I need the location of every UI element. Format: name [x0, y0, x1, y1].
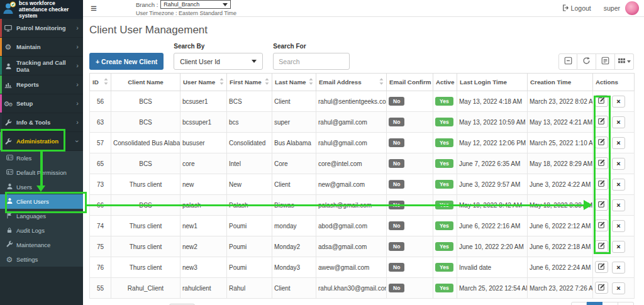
sidebar-item-audit-logs[interactable]: Audit Logs	[0, 223, 83, 238]
edit-button[interactable]	[595, 261, 608, 273]
active-badge: Yes	[435, 97, 453, 106]
edit-button[interactable]	[595, 95, 608, 107]
sidebar-item-maintain[interactable]: ⚙Maintain›	[0, 38, 83, 57]
branch-select[interactable]: Rahul_Branch	[160, 0, 231, 9]
sidebar-item-languages[interactable]: Languages	[0, 209, 83, 223]
gear-icon: ⚙	[0, 43, 16, 51]
edit-button[interactable]	[595, 199, 608, 211]
edit-icon	[598, 179, 605, 189]
controls-row: + Create New Client Search By Client Use…	[89, 43, 634, 70]
sidebar-item-label: Client Users	[16, 198, 49, 205]
delete-button[interactable]: ×	[612, 282, 625, 294]
delete-button[interactable]: ×	[612, 116, 625, 128]
sidebar-item-reports[interactable]: Reports›	[0, 75, 83, 94]
active-badge: Yes	[435, 180, 453, 189]
main-area: ≡ Branch : Rahul_Branch User Timezone : …	[83, 0, 644, 305]
toggle-view-button[interactable]	[596, 53, 615, 70]
column-header-last-name[interactable]: Last Name	[272, 74, 316, 91]
column-header-first-name[interactable]: First Name	[227, 74, 272, 91]
admin-tools-icon	[0, 137, 16, 145]
edit-button[interactable]	[595, 240, 608, 252]
active-badge: Yes	[435, 221, 453, 230]
edit-button[interactable]	[595, 282, 608, 294]
columns-button[interactable]	[615, 53, 634, 70]
wrench-icon	[0, 118, 16, 126]
username-label: super	[604, 4, 620, 12]
delete-button[interactable]: ×	[612, 158, 625, 170]
table-row: 66BCSpalashPalashBiswaspalash@gmail.comN…	[90, 195, 635, 216]
chevron-down-icon	[252, 60, 257, 63]
column-header-user-name[interactable]: User Name	[180, 74, 227, 91]
page-title: Client User Management	[89, 24, 639, 36]
chevron-right-icon: ›	[76, 25, 83, 31]
delete-button[interactable]: ×	[612, 241, 625, 253]
x-icon: ×	[616, 223, 620, 230]
edit-button[interactable]	[595, 178, 608, 190]
table-row: 74Thurs clientnew1Poumimondayabod@gmail.…	[90, 216, 635, 236]
edit-icon	[598, 158, 605, 168]
edit-icon	[598, 96, 605, 106]
delete-button[interactable]: ×	[612, 179, 625, 191]
sidebar-item-patrol-monitoring[interactable]: Patrol Monitoring›	[0, 19, 83, 38]
prev-page-button[interactable]: ‹	[571, 302, 587, 305]
sidebar-item-info-tools[interactable]: Info & Tools›	[0, 113, 83, 132]
hamburger-menu-icon[interactable]: ≡	[91, 3, 97, 14]
x-icon: ×	[616, 243, 620, 250]
sidebar-item-label: Maintenance	[16, 241, 50, 248]
refresh-button[interactable]	[577, 53, 596, 70]
sort-icon	[379, 78, 384, 86]
page-button-1[interactable]: 1	[587, 302, 602, 305]
sidebar-item-label: Audit Logs	[16, 227, 45, 234]
chevron-right-icon: ›	[76, 81, 83, 88]
edit-button[interactable]	[595, 157, 608, 169]
active-badge: Yes	[435, 138, 453, 147]
email-confirm-badge: No	[389, 221, 404, 230]
sidebar-item-tracking-and-call-data[interactable]: Tracking and Call Data›	[0, 57, 83, 75]
x-icon: ×	[616, 264, 620, 271]
content: Client User Management + Create New Clie…	[83, 17, 644, 305]
search-by-select[interactable]: Client User Id	[174, 53, 263, 70]
column-header-email-address[interactable]: Email Address	[316, 74, 387, 91]
column-header-id[interactable]: ID	[90, 74, 111, 91]
app-logo: bcs workforce attendance checker system	[0, 0, 83, 19]
edit-button[interactable]	[595, 219, 608, 231]
pagination-toggle-button[interactable]	[558, 53, 577, 70]
table-header-row: IDClient NameUser NameFirst NameLast Nam…	[90, 74, 635, 91]
edit-button[interactable]	[595, 116, 608, 128]
delete-button[interactable]: ×	[612, 199, 625, 211]
edit-button[interactable]	[595, 136, 608, 148]
sidebar-item-settings[interactable]: ⚙Settings	[0, 252, 83, 267]
sort-icon	[265, 78, 269, 86]
sidebar-item-setup[interactable]: ⚙⚙Setup›	[0, 94, 83, 113]
person-icon	[6, 183, 13, 191]
active-badge: Yes	[435, 159, 453, 168]
sort-icon	[309, 78, 313, 86]
sidebar-item-administration[interactable]: Administration›	[0, 132, 83, 151]
sidebar-item-label: Setup	[16, 100, 76, 107]
avatar[interactable]	[625, 1, 639, 15]
page-button-2[interactable]: 2	[602, 302, 618, 305]
sidebar-item-roles[interactable]: Roles	[0, 151, 83, 165]
search-input[interactable]	[273, 53, 350, 70]
color-strip	[0, 132, 2, 150]
delete-button[interactable]: ×	[612, 220, 625, 232]
delete-button[interactable]: ×	[612, 137, 625, 149]
delete-button[interactable]: ×	[612, 262, 625, 274]
x-icon: ×	[616, 285, 620, 292]
create-new-client-button[interactable]: + Create New Client	[89, 53, 164, 70]
sidebar-item-default-permission[interactable]: Default Permission	[0, 165, 83, 180]
minus-square-icon	[564, 57, 572, 67]
edit-icon	[598, 138, 605, 147]
sidebar-item-client-users[interactable]: Client Users	[0, 194, 83, 209]
column-header-active: Active	[433, 74, 457, 91]
active-badge: Yes	[435, 284, 453, 292]
logout-button[interactable]: Logout	[561, 4, 591, 13]
edit-icon	[598, 117, 605, 126]
email-confirm-badge: No	[389, 201, 404, 209]
active-badge: Yes	[435, 263, 453, 272]
color-strip	[0, 113, 2, 131]
next-page-button[interactable]: ›	[618, 302, 634, 305]
sidebar-item-users[interactable]: Users	[0, 180, 83, 194]
sidebar-item-maintenance[interactable]: Maintenance	[0, 238, 83, 252]
delete-button[interactable]: ×	[612, 96, 625, 108]
